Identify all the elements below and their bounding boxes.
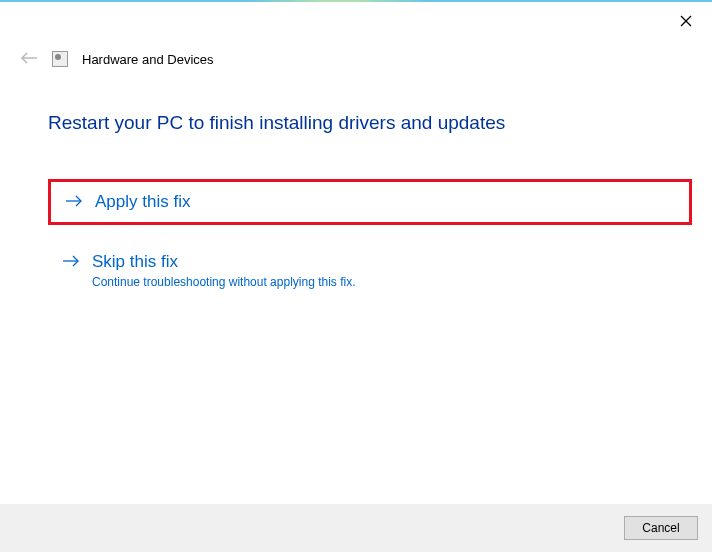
page-heading: Restart your PC to finish installing dri… — [48, 112, 505, 134]
arrow-right-icon — [63, 254, 80, 272]
cancel-button[interactable]: Cancel — [624, 516, 698, 540]
window-top-accent — [0, 0, 712, 2]
troubleshooter-icon — [52, 51, 68, 67]
arrow-right-icon — [66, 194, 83, 212]
option-apply-fix[interactable]: Apply this fix — [48, 179, 692, 225]
option-skip-description: Continue troubleshooting without applyin… — [92, 275, 356, 289]
troubleshooter-title: Hardware and Devices — [82, 52, 214, 67]
option-apply-label: Apply this fix — [95, 192, 190, 212]
option-skip-label: Skip this fix — [92, 252, 356, 272]
header-row: Hardware and Devices — [20, 50, 214, 68]
footer-bar: Cancel — [0, 504, 712, 552]
option-skip-fix[interactable]: Skip this fix Continue troubleshooting w… — [48, 246, 692, 295]
close-icon — [680, 14, 692, 30]
cancel-button-label: Cancel — [642, 521, 679, 535]
back-arrow-icon — [20, 50, 38, 68]
close-button[interactable] — [674, 10, 698, 34]
